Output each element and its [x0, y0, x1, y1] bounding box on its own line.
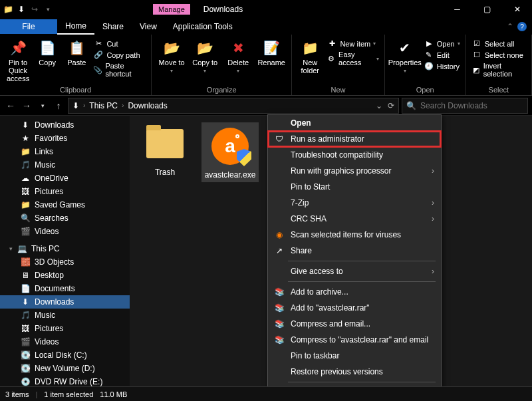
chevron-right-icon[interactable]: ›	[83, 102, 85, 109]
back-button[interactable]: ←	[4, 99, 17, 112]
file-trash[interactable]: Trash	[136, 122, 194, 182]
tree-3dobjects[interactable]: 🧱3D Objects	[0, 255, 130, 269]
search-box[interactable]: 🔍	[402, 98, 528, 114]
winrar-icon: 📚	[273, 335, 285, 344]
tab-file[interactable]: File	[0, 19, 57, 34]
help-icon[interactable]: ?	[517, 22, 527, 31]
tree-videos[interactable]: 🎬Videos	[0, 225, 130, 238]
ctx-pin-start[interactable]: Pin to Start	[268, 179, 441, 195]
tree-downloads-current[interactable]: ⬇Downloads	[0, 295, 130, 309]
tab-apptools[interactable]: Application Tools	[165, 19, 241, 34]
forward-button[interactable]: →	[20, 99, 33, 112]
newitem-icon: ✚	[327, 39, 337, 48]
separator	[288, 281, 436, 282]
ctx-add-rar[interactable]: 📚Add to "avastclear.rar"	[268, 300, 441, 316]
ctx-scan[interactable]: ◉Scan selected items for viruses	[268, 227, 441, 243]
move-to-button[interactable]: 📂Move to▾	[156, 36, 188, 74]
rename-button[interactable]: 📝Rename	[255, 36, 287, 67]
tab-share[interactable]: Share	[94, 19, 132, 34]
pin-quick-access-button[interactable]: 📌Pin to Quick access	[4, 36, 32, 82]
ctx-compress-email[interactable]: 📚Compress and email...	[268, 316, 441, 332]
tree-desktop[interactable]: 🖥Desktop	[0, 269, 130, 282]
up-button[interactable]: ↑	[52, 99, 65, 112]
ctx-graphics[interactable]: Run with graphics processor›	[268, 163, 441, 179]
shield-icon	[237, 149, 251, 166]
new-folder-button[interactable]: 📁New folder	[296, 36, 324, 74]
avast-icon: a	[211, 128, 249, 165]
paste-icon: 📋	[67, 39, 86, 57]
tree-savedgames[interactable]: 📁Saved Games	[0, 198, 130, 211]
history-button[interactable]: 🕘History	[422, 61, 462, 71]
down-icon[interactable]: ⬇	[16, 5, 27, 14]
tree-newvolume[interactable]: 💽New Volume (D:)	[0, 362, 130, 375]
manage-tab[interactable]: Manage	[153, 4, 190, 15]
ctx-run-as-admin[interactable]: 🛡Run as administrator	[268, 131, 441, 147]
breadcrumb-thispc[interactable]: This PC	[89, 101, 118, 110]
tree-pictures2[interactable]: 🖼Pictures	[0, 322, 130, 335]
new-item-button[interactable]: ✚New item ▾	[325, 39, 380, 49]
tree-links[interactable]: 📁Links	[0, 145, 130, 158]
address-path[interactable]: ⬇ › This PC › Downloads ⌄ ⟳	[68, 98, 399, 114]
copy-button[interactable]: 📄Copy	[33, 36, 61, 67]
tree-videos2[interactable]: 🎬Videos	[0, 335, 130, 348]
properties-button[interactable]: ✔Properties▾	[389, 36, 421, 74]
ctx-troubleshoot[interactable]: Troubleshoot compatibility	[268, 147, 441, 163]
tree-dvd[interactable]: 💿DVD RW Drive (E:)	[0, 375, 130, 386]
select-all-button[interactable]: ☑Select all	[470, 39, 527, 49]
open-small-button[interactable]: ▶Open ▾	[422, 39, 462, 49]
invert-selection-button[interactable]: ◩Invert selection	[470, 61, 527, 78]
ctx-pin-taskbar[interactable]: Pin to taskbar	[268, 348, 441, 364]
paste-button[interactable]: 📋Paste	[63, 36, 90, 67]
video-icon: 🎬	[20, 337, 31, 346]
breadcrumb-downloads[interactable]: Downloads	[128, 101, 167, 110]
tree-music2[interactable]: 🎵Music	[0, 309, 130, 322]
tree-downloads[interactable]: ⬇Downloads	[0, 118, 130, 132]
ctx-give-access[interactable]: Give access to›	[268, 263, 441, 279]
video-icon: 🎬	[20, 227, 31, 236]
tree-documents[interactable]: 📄Documents	[0, 282, 130, 295]
search-input[interactable]	[420, 101, 523, 110]
select-none-button[interactable]: ☐Select none	[470, 50, 527, 60]
copy-to-button[interactable]: 📂Copy to▾	[189, 36, 221, 74]
tree-searches[interactable]: 🔍Searches	[0, 211, 130, 225]
address-dropdown-icon[interactable]: ⌄	[376, 101, 382, 110]
ctx-restore[interactable]: Restore previous versions	[268, 364, 441, 380]
edit-button[interactable]: ✎Edit	[422, 50, 462, 60]
refresh-icon[interactable]: ⟳	[388, 101, 394, 110]
ctx-crcsha[interactable]: CRC SHA›	[268, 211, 441, 227]
delete-button[interactable]: ✖Delete▾	[222, 36, 254, 74]
tree-pictures[interactable]: 🖼Pictures	[0, 185, 130, 198]
tree-favorites[interactable]: ★Favorites	[0, 132, 130, 145]
cut-button[interactable]: ✂Cut	[92, 39, 147, 49]
file-avastclear[interactable]: a avastclear.exe	[201, 122, 259, 182]
avast-small-icon: ◉	[273, 230, 285, 239]
redo-icon[interactable]: ↪	[29, 5, 40, 14]
tree-onedrive[interactable]: ☁OneDrive	[0, 172, 130, 185]
ctx-open[interactable]: Open	[268, 115, 441, 131]
ctx-7zip[interactable]: 7-Zip›	[268, 195, 441, 211]
collapse-ribbon-icon[interactable]: ⌃	[507, 22, 513, 31]
chevron-right-icon[interactable]: ›	[122, 102, 124, 109]
tree-music[interactable]: 🎵Music	[0, 158, 130, 172]
tab-view[interactable]: View	[132, 19, 165, 34]
ctx-share[interactable]: ↗Share	[268, 243, 441, 259]
ctx-add-archive[interactable]: 📚Add to archive...	[268, 284, 441, 300]
tree-thispc[interactable]: ▾💻This PC	[0, 242, 130, 255]
chevron-down-icon[interactable]: ▾	[9, 245, 13, 252]
paste-shortcut-button[interactable]: 📎Paste shortcut	[92, 61, 147, 78]
tab-home[interactable]: Home	[57, 19, 94, 35]
downloads-icon: ⬇	[20, 120, 31, 130]
navigation-pane[interactable]: ⬇Downloads ★Favorites 📁Links 🎵Music ☁One…	[0, 116, 130, 386]
maximize-button[interactable]: ▢	[472, 0, 502, 19]
easy-access-button[interactable]: ⚙Easy access ▾	[325, 50, 380, 67]
properties-icon: ✔	[396, 39, 414, 57]
recent-dropdown[interactable]: ▾	[36, 99, 49, 112]
folder-icon: 📁	[20, 147, 31, 156]
minimize-button[interactable]: ─	[442, 0, 472, 19]
ctx-compress-to[interactable]: 📚Compress to "avastclear.rar" and email	[268, 332, 441, 348]
tree-localc[interactable]: 💽Local Disk (C:)	[0, 348, 130, 362]
dropdown-icon[interactable]: ▾	[43, 6, 53, 13]
close-button[interactable]: ✕	[502, 0, 532, 19]
copy-path-button[interactable]: 🔗Copy path	[92, 50, 147, 60]
file-label: Trash	[155, 168, 175, 177]
